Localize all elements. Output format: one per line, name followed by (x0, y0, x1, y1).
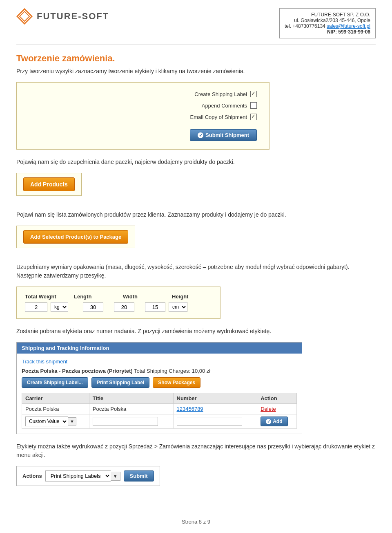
email-copy-checkbox[interactable] (250, 114, 257, 120)
length-header: Length (74, 293, 107, 300)
custom-value-cell: Custom Value ▼ (22, 414, 89, 429)
logo-icon (16, 8, 33, 25)
actions-select[interactable]: Print Shipping Labels (45, 470, 111, 481)
table-row: Poczta Polska Poczta Polska 123456789 De… (22, 404, 297, 414)
actions-select-wrapper: Print Shipping Labels ▼ (45, 470, 120, 481)
width-input[interactable] (114, 302, 134, 312)
add-button-cell: ✓ Add (257, 414, 297, 429)
row-carrier: Poczta Polska (22, 404, 89, 414)
tracking-buttons: Create Shipping Label... Print Shipping … (22, 377, 297, 388)
append-comments-label: Append Comments (178, 103, 247, 109)
submit-check-icon: ✓ (198, 132, 203, 138)
title-input-cell (89, 414, 173, 429)
actions-bar: Actions Print Shipping Labels ▼ Submit (16, 466, 160, 486)
col-carrier: Carrier (22, 393, 89, 404)
page-header: FUTURE-SOFT FUTURE-SOFT SP. Z O.O. ul. G… (16, 8, 376, 45)
width-header: Width (123, 293, 156, 300)
carrier-name: Poczta Polska - Paczka pocztowa (Prioryt… (22, 368, 133, 374)
email-copy-label: Email Copy of Shipment (178, 114, 247, 120)
company-phone: tel. +48730776134 sales@future-soft.pl (285, 23, 370, 29)
height-header: Height (172, 293, 205, 300)
row-title: Poczta Polska (89, 404, 173, 414)
weight-unit-select[interactable]: kg (51, 302, 68, 312)
submit-shipment-box: Create Shipping Label Append Comments Em… (16, 82, 270, 150)
row-action: Delete (257, 404, 297, 414)
create-label-label: Create Shipping Label (178, 91, 247, 97)
add-check-icon: ✓ (266, 419, 271, 424)
height-unit-select[interactable]: cm (169, 302, 187, 312)
company-name: FUTURE-SOFT SP. Z O.O. (285, 12, 370, 18)
col-action: Action (257, 393, 297, 404)
intro-text: Przy tworzeniu wysyłki zaznaczamy tworze… (16, 67, 376, 76)
height-input[interactable] (145, 302, 165, 312)
actions-dropdown-arrow[interactable]: ▼ (111, 472, 120, 481)
tracking-header: Shipping and Tracking Information (17, 343, 302, 354)
add-selected-button[interactable]: Add Selected Product(s) to Package (23, 230, 128, 244)
company-email[interactable]: sales@future-soft.pl (327, 23, 370, 29)
actions-label: Actions (22, 473, 42, 479)
append-comments-checkbox[interactable] (250, 102, 257, 109)
paragraph2: Pojawi nam się lista zamówionych produkt… (16, 211, 376, 219)
tracking-number-link[interactable]: 123456789 (177, 406, 203, 412)
carrier-info-row: Poczta Polska - Paczka pocztowa (Prioryt… (22, 368, 297, 374)
add-products-box: Add Products (16, 173, 82, 196)
create-label-row: Create Shipping Label (178, 91, 257, 97)
table-header-row: Carrier Title Number Action (22, 393, 297, 404)
total-weight-header: Total Weight (25, 293, 58, 300)
table-row-input: Custom Value ▼ (22, 414, 297, 429)
row-number: 123456789 (173, 404, 257, 414)
add-selected-box: Add Selected Product(s) to Package (16, 226, 135, 248)
create-label-button[interactable]: Create Shipping Label... (22, 377, 88, 388)
create-label-checkbox[interactable] (250, 91, 257, 97)
charges-text: Total Shipping Charges: 10,00 zł (134, 368, 210, 374)
paragraph4: Zostanie pobrana etykieta oraz numer nad… (16, 327, 376, 336)
length-input[interactable] (83, 302, 103, 312)
add-products-button[interactable]: Add Products (23, 177, 75, 191)
number-input-cell (173, 414, 257, 429)
page-number: Strona 8 z 9 (0, 519, 392, 525)
delete-link[interactable]: Delete (261, 406, 276, 412)
print-label-button[interactable]: Print Shipping Label (91, 377, 150, 388)
logo-text: FUTURE-SOFT (37, 11, 109, 22)
tracking-table: Carrier Title Number Action Poczta Polsk… (22, 393, 297, 429)
title-input[interactable] (93, 417, 158, 426)
paragraph1: Pojawią nam się do uzupełnienia dane pac… (16, 158, 376, 166)
dims-headers: Total Weight Length Width Height (25, 293, 212, 300)
track-link[interactable]: Track this shipment (22, 358, 67, 365)
email-copy-row: Email Copy of Shipment (178, 114, 257, 120)
paragraph5: Etykiety można także wydrukować z pozycj… (16, 442, 376, 459)
show-packages-button[interactable]: Show Packages (153, 377, 200, 388)
paragraph3: Uzupełniamy wymiary opakowania (masa, dł… (16, 263, 376, 280)
number-input[interactable] (177, 417, 242, 426)
dims-values: kg cm (25, 302, 212, 312)
append-comments-row: Append Comments (178, 102, 257, 109)
col-title: Title (89, 393, 173, 404)
weight-input[interactable] (25, 302, 47, 312)
company-nip: NIP: 599-316-99-06 (285, 29, 370, 35)
company-info: FUTURE-SOFT SP. Z O.O. ul. Gosławicka2/2… (279, 8, 376, 38)
custom-value-select[interactable]: Custom Value (25, 417, 68, 426)
add-tracking-button[interactable]: ✓ Add (261, 417, 287, 426)
tracking-box: Shipping and Tracking Information Track … (16, 342, 302, 434)
col-number: Number (173, 393, 257, 404)
custom-value-arrow[interactable]: ▼ (68, 417, 76, 426)
dimensions-box: Total Weight Length Width Height kg cm (16, 287, 220, 319)
tracking-body: Track this shipment Poczta Polska - Pacz… (17, 354, 302, 434)
submit-shipment-button[interactable]: ✓ Submit Shipment (190, 129, 257, 141)
logo-area: FUTURE-SOFT (16, 8, 109, 25)
company-address: ul. Gosławicka2/203 45-446, Opole (285, 18, 370, 23)
actions-submit-button[interactable]: Submit (124, 470, 154, 481)
page-title: Tworzenie zamówienia. (16, 53, 376, 64)
